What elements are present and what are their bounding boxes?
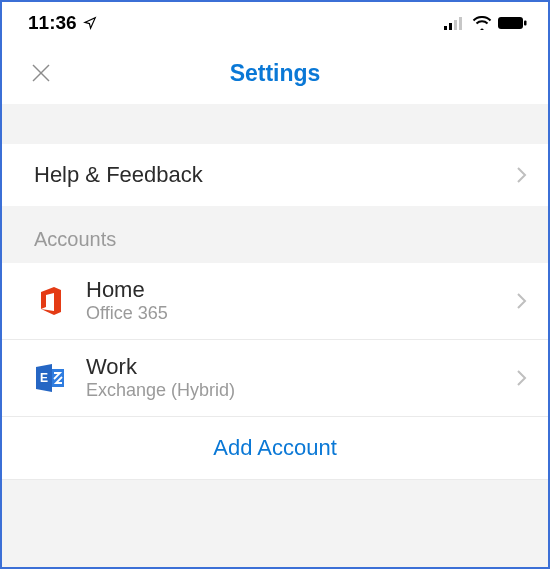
status-bar: 11:36 xyxy=(2,2,548,42)
close-icon xyxy=(29,61,53,85)
wifi-icon xyxy=(472,16,492,30)
settings-screen: 11:36 xyxy=(0,0,550,569)
account-row-work[interactable]: E Work Exchange (Hybrid) xyxy=(2,340,548,417)
svg-rect-4 xyxy=(498,17,523,29)
location-icon xyxy=(83,16,97,30)
page-title: Settings xyxy=(230,60,321,87)
accounts-section-header: Accounts xyxy=(2,206,548,263)
exchange-icon: E xyxy=(34,362,66,394)
battery-icon xyxy=(498,16,528,30)
svg-rect-1 xyxy=(449,23,452,30)
svg-rect-2 xyxy=(454,20,457,30)
add-account-label: Add Account xyxy=(213,435,337,460)
svg-rect-5 xyxy=(524,21,527,26)
chevron-right-icon xyxy=(516,369,528,387)
svg-text:E: E xyxy=(40,371,48,385)
svg-rect-0 xyxy=(444,26,447,30)
account-text: Home Office 365 xyxy=(86,277,516,325)
close-button[interactable] xyxy=(28,60,54,86)
office-icon xyxy=(34,285,66,317)
bottom-spacer xyxy=(2,480,548,567)
header: Settings xyxy=(2,42,548,104)
help-feedback-row[interactable]: Help & Feedback xyxy=(2,144,548,206)
account-sub: Office 365 xyxy=(86,303,516,325)
status-time: 11:36 xyxy=(28,12,77,34)
add-account-button[interactable]: Add Account xyxy=(2,417,548,480)
account-sub: Exchange (Hybrid) xyxy=(86,380,516,402)
spacer xyxy=(2,104,548,144)
chevron-right-icon xyxy=(516,166,528,184)
svg-rect-3 xyxy=(459,17,462,30)
account-name: Work xyxy=(86,354,516,380)
status-left: 11:36 xyxy=(28,12,97,34)
account-name: Home xyxy=(86,277,516,303)
account-row-home[interactable]: Home Office 365 xyxy=(2,263,548,340)
status-right xyxy=(444,16,528,30)
account-text: Work Exchange (Hybrid) xyxy=(86,354,516,402)
chevron-right-icon xyxy=(516,292,528,310)
help-feedback-label: Help & Feedback xyxy=(34,162,516,188)
signal-icon xyxy=(444,16,466,30)
